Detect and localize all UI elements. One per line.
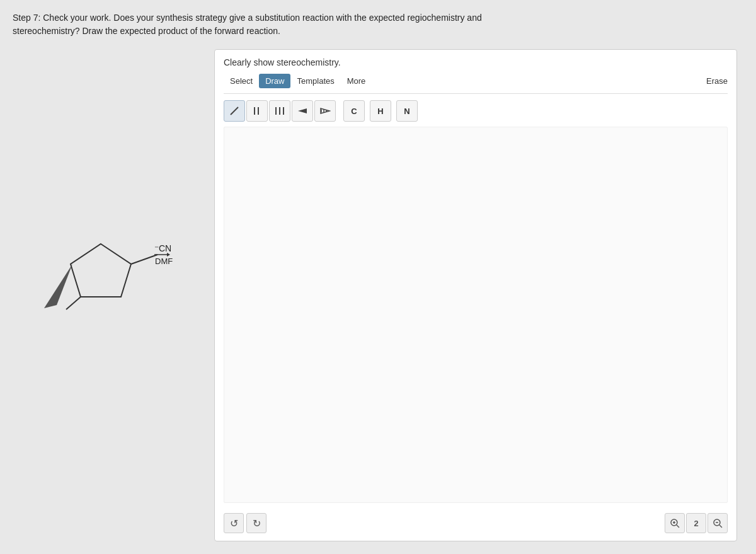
zoom-controls: 2 bbox=[665, 513, 728, 533]
reagent-text: ⁻CN bbox=[154, 243, 171, 253]
main-layout: ⁻CN DMF Clearly show stereochemistry. bbox=[13, 49, 743, 541]
templates-button[interactable]: Templates bbox=[290, 74, 340, 88]
svg-marker-7 bbox=[321, 108, 329, 113]
zoom-out-button[interactable] bbox=[707, 513, 728, 533]
select-button[interactable]: Select bbox=[224, 74, 259, 88]
double-bond-button[interactable] bbox=[246, 100, 268, 122]
zoom-reset-button[interactable]: 2 bbox=[686, 513, 706, 533]
svg-line-12 bbox=[677, 525, 679, 528]
zoom-in-button[interactable] bbox=[665, 513, 685, 533]
undo-redo-group: ↺ ↻ bbox=[224, 513, 266, 533]
redo-button[interactable]: ↻ bbox=[246, 513, 266, 533]
svg-marker-6 bbox=[298, 108, 307, 113]
bond-tools: C H N bbox=[224, 100, 728, 122]
wedge-bond-button[interactable] bbox=[292, 100, 313, 122]
redo-icon: ↻ bbox=[253, 517, 261, 529]
more-button[interactable]: More bbox=[341, 74, 372, 88]
zoom-in-icon bbox=[669, 517, 680, 529]
bottom-bar: ↺ ↻ 2 bbox=[224, 509, 728, 533]
drawing-panel: Clearly show stereochemistry. Select Dra… bbox=[214, 49, 737, 541]
zoom-out-icon bbox=[712, 517, 723, 529]
erase-button[interactable]: Erase bbox=[706, 76, 728, 86]
nitrogen-atom-button[interactable]: N bbox=[396, 100, 418, 122]
undo-button[interactable]: ↺ bbox=[224, 513, 244, 533]
panel-instruction: Clearly show stereochemistry. bbox=[224, 57, 728, 67]
triple-bond-button[interactable] bbox=[269, 100, 290, 122]
left-panel: ⁻CN DMF bbox=[13, 49, 214, 541]
carbon-atom-button[interactable]: C bbox=[343, 100, 365, 122]
hydrogen-atom-button[interactable]: H bbox=[370, 100, 391, 122]
dash-bond-button[interactable] bbox=[314, 100, 336, 122]
page-background: Step 7: Check your work. Does your synth… bbox=[0, 0, 756, 554]
instruction-block: Step 7: Check your work. Does your synth… bbox=[13, 11, 504, 38]
svg-line-16 bbox=[719, 525, 722, 528]
solvent-text: DMF bbox=[155, 257, 173, 266]
ring-polygon bbox=[71, 244, 131, 297]
lower-bond bbox=[66, 297, 81, 309]
instruction-line2: stereochemistry? Draw the expected produ… bbox=[13, 26, 280, 36]
molecule-svg: ⁻CN DMF bbox=[32, 207, 195, 333]
instruction-line1: Step 7: Check your work. Does your synth… bbox=[13, 13, 482, 23]
substituent-bond bbox=[131, 255, 158, 264]
drawing-canvas[interactable] bbox=[224, 127, 728, 503]
single-bond-button[interactable] bbox=[224, 100, 245, 122]
zoom-reset-icon: 2 bbox=[694, 519, 698, 528]
svg-line-0 bbox=[231, 107, 238, 115]
undo-icon: ↺ bbox=[230, 517, 238, 529]
molecule-area: ⁻CN DMF bbox=[25, 201, 202, 340]
wedge-bond-shape bbox=[44, 264, 72, 308]
toolbar: Select Draw Templates More Erase bbox=[224, 74, 728, 94]
draw-button[interactable]: Draw bbox=[259, 74, 290, 88]
